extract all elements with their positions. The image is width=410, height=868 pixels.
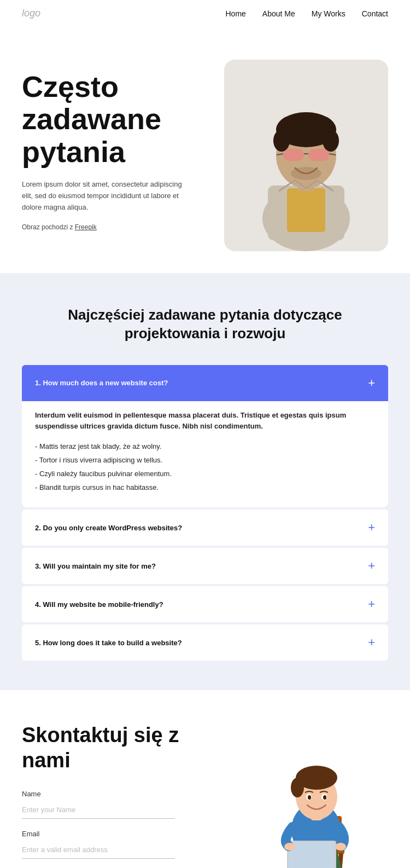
name-field-group: Name bbox=[22, 790, 224, 819]
svg-point-14 bbox=[291, 167, 321, 180]
faq-question-2[interactable]: 2. Do you only create WordPress websites… bbox=[22, 510, 388, 546]
faq-question-label-4: 4. Will my website be mobile-friendly? bbox=[35, 600, 163, 609]
faq-list-item: Blandit turpis cursus in hac habitasse. bbox=[35, 481, 375, 495]
faq-plus-icon-4: + bbox=[368, 597, 375, 611]
faq-plus-icon-2: + bbox=[368, 520, 375, 535]
faq-question-label-5: 5. How long does it take to build a webs… bbox=[35, 639, 182, 647]
faq-plus-icon-1: + bbox=[368, 376, 375, 390]
person-illustration bbox=[224, 60, 388, 251]
contact-section: Skontaktuj się z nami Name Email SKŁADAĆ… bbox=[0, 690, 410, 868]
nav-link-home[interactable]: Home bbox=[225, 9, 245, 18]
hero-description: Lorem ipsum dolor sit amet, consectetur … bbox=[22, 179, 186, 213]
svg-rect-26 bbox=[288, 842, 335, 868]
faq-question-3[interactable]: 3. Will you maintain my site for me? + bbox=[22, 548, 388, 584]
faq-question-1[interactable]: 1. How much does a new website cost? + bbox=[22, 365, 388, 401]
svg-point-36 bbox=[308, 795, 311, 800]
faq-list-item: Tortor i risus viverra adipiscing w tell… bbox=[35, 454, 375, 467]
faq-plus-icon-5: + bbox=[368, 635, 375, 650]
freepik-link[interactable]: Freepik bbox=[75, 223, 97, 231]
faq-question-label-1: 1. How much does a new website cost? bbox=[35, 379, 168, 387]
faq-item-4: 4. Will my website be mobile-friendly? + bbox=[22, 586, 388, 622]
hero-left: Często zadawane pytania Lorem ipsum dolo… bbox=[22, 60, 213, 231]
faq-item-1: 1. How much does a new website cost? + I… bbox=[22, 365, 388, 508]
svg-point-29 bbox=[335, 843, 346, 850]
email-label: Email bbox=[22, 830, 224, 838]
faq-question-label-3: 3. Will you maintain my site for me? bbox=[35, 562, 156, 570]
svg-rect-9 bbox=[283, 149, 304, 161]
contact-person-image bbox=[241, 739, 383, 868]
nav-link-contact[interactable]: Contact bbox=[362, 9, 388, 18]
email-input[interactable] bbox=[22, 841, 175, 859]
hero-section: Często zadawane pytania Lorem ipsum dolo… bbox=[0, 27, 410, 273]
hero-credit: Obraz pochodzi z Freepik bbox=[22, 223, 213, 231]
svg-point-7 bbox=[273, 130, 290, 152]
nav-links: Home About Me My Works Contact bbox=[225, 9, 388, 18]
faq-answer-bold-1: Interdum velit euismod in pellentesque m… bbox=[35, 410, 375, 433]
name-input[interactable] bbox=[22, 801, 175, 819]
faq-item-3: 3. Will you maintain my site for me? + bbox=[22, 548, 388, 584]
hero-right bbox=[224, 60, 388, 251]
faq-answer-list-1: Mattis teraz jest tak blady, że aż wolny… bbox=[35, 440, 375, 494]
hero-title: Często zadawane pytania bbox=[22, 71, 213, 168]
faq-question-4[interactable]: 4. Will my website be mobile-friendly? + bbox=[22, 586, 388, 622]
faq-item-2: 2. Do you only create WordPress websites… bbox=[22, 510, 388, 546]
name-label: Name bbox=[22, 790, 224, 798]
svg-point-28 bbox=[284, 843, 295, 850]
faq-question-5[interactable]: 5. How long does it take to build a webs… bbox=[22, 624, 388, 661]
hero-image bbox=[224, 60, 388, 251]
logo: logo bbox=[22, 8, 40, 19]
email-field-group: Email bbox=[22, 830, 224, 859]
contact-form-area: Skontaktuj się z nami Name Email SKŁADAĆ… bbox=[22, 723, 224, 868]
svg-point-37 bbox=[323, 795, 326, 800]
faq-question-label-2: 2. Do you only create WordPress websites… bbox=[35, 524, 182, 532]
faq-list-item: Czyli należy faucibus pulvinar elementum… bbox=[35, 467, 375, 481]
faq-heading: Najczęściej zadawane pytania dotyczące p… bbox=[41, 306, 369, 343]
svg-point-8 bbox=[323, 130, 339, 152]
faq-section: Najczęściej zadawane pytania dotyczące p… bbox=[0, 273, 410, 690]
svg-point-33 bbox=[291, 778, 304, 797]
nav-link-about[interactable]: About Me bbox=[262, 9, 295, 18]
faq-list-item: Mattis teraz jest tak blady, że aż wolny… bbox=[35, 440, 375, 454]
svg-rect-10 bbox=[308, 149, 329, 161]
nav-link-works[interactable]: My Works bbox=[312, 9, 345, 18]
faq-answer-1: Interdum velit euismod in pellentesque m… bbox=[22, 401, 388, 508]
svg-rect-3 bbox=[287, 188, 325, 232]
contact-illustration bbox=[235, 723, 388, 868]
faq-item-5: 5. How long does it take to build a webs… bbox=[22, 624, 388, 661]
faq-plus-icon-3: + bbox=[368, 559, 375, 573]
sitting-person-svg bbox=[241, 739, 383, 868]
contact-title: Skontaktuj się z nami bbox=[22, 723, 224, 773]
navbar: logo Home About Me My Works Contact bbox=[0, 0, 410, 27]
